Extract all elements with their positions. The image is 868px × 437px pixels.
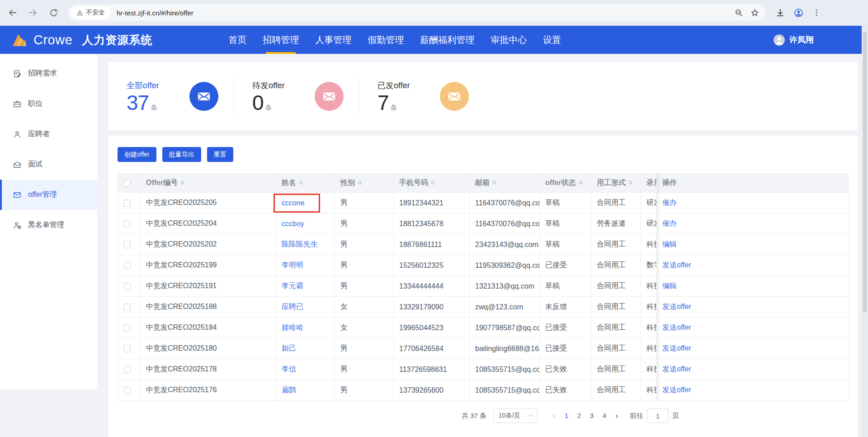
col-header-label: 录用部门 — [646, 178, 657, 188]
nav-item[interactable]: 招聘管理 — [255, 26, 307, 54]
action-link[interactable]: 催办 — [662, 199, 677, 206]
create-offer-button[interactable]: 创建offer — [118, 147, 156, 162]
search-icon[interactable] — [492, 180, 498, 186]
nav-item[interactable]: 审批中心 — [482, 26, 535, 54]
reload-icon[interactable] — [48, 7, 59, 18]
cell-phone: 18876861111 — [394, 234, 470, 255]
page-scrollbar[interactable] — [862, 26, 868, 437]
security-chip[interactable]: 不安全 — [71, 6, 111, 19]
action-link[interactable]: 发送offer — [662, 386, 691, 394]
nav-item[interactable]: 设置 — [535, 26, 569, 54]
back-icon[interactable] — [7, 7, 18, 18]
prev-page-button[interactable]: ‹ — [548, 411, 560, 421]
action-link[interactable]: 编辑 — [662, 240, 677, 248]
page-number[interactable]: 2 — [573, 409, 585, 422]
next-page-button[interactable]: › — [611, 411, 623, 421]
action-link[interactable]: 发送offer — [662, 365, 691, 373]
candidate-link[interactable]: 娃哈哈 — [282, 323, 303, 331]
nav-item[interactable]: 薪酬福利管理 — [412, 26, 482, 54]
candidate-link[interactable]: cccboy — [282, 220, 304, 228]
action-link[interactable]: 发送offer — [662, 303, 691, 310]
search-icon[interactable] — [578, 180, 584, 186]
candidate-link[interactable]: 李明明 — [282, 261, 303, 269]
row-checkbox[interactable] — [123, 387, 131, 394]
search-icon[interactable] — [298, 180, 304, 186]
sidebar-item[interactable]: 黑名单管理 — [0, 210, 97, 240]
cell-dept: 科技公 — [641, 338, 657, 359]
col-header-phone: 手机号码 — [394, 174, 470, 193]
forward-icon[interactable] — [28, 7, 38, 18]
candidate-link[interactable]: 李信 — [282, 365, 296, 373]
table-row: 中竞发CREO2025184娃哈哈女199650445231907798587@… — [118, 318, 849, 338]
candidate-link[interactable]: 陈陈陈先生 — [282, 240, 318, 248]
search-icon[interactable] — [430, 180, 436, 186]
sidebar-item[interactable]: 应聘者 — [0, 119, 97, 149]
page-number[interactable]: 3 — [585, 409, 598, 422]
candidate-link[interactable]: 李元霸 — [282, 282, 303, 290]
cell-email: 1907798587@qq.co — [470, 318, 540, 338]
page-number[interactable]: 4 — [598, 409, 611, 422]
action-link[interactable]: 发送offer — [662, 323, 691, 331]
zoom-icon[interactable] — [734, 8, 743, 17]
avatar-icon — [773, 34, 785, 46]
cell-dept: 科技公 — [641, 297, 657, 318]
select-all-checkbox[interactable] — [123, 180, 131, 187]
sidebar-item[interactable]: offer管理 — [0, 180, 97, 210]
row-checkbox[interactable] — [123, 366, 131, 373]
candidate-link[interactable]: cccone — [282, 199, 305, 207]
row-select-cell — [118, 318, 141, 338]
action-link[interactable]: 编辑 — [662, 282, 677, 290]
address-bar[interactable]: 不安全 hr-test.zjf-it.cn/#/hire/offer — [68, 5, 766, 21]
col-header-name: 姓名 — [276, 174, 335, 193]
page-number[interactable]: 1 — [560, 409, 573, 422]
cell-offer_no: 中竞发CREO2025191 — [141, 276, 276, 297]
profile-icon[interactable] — [793, 7, 804, 18]
user-name: 许凤翔 — [789, 34, 814, 45]
pagination: 共 37 条 10条/页 ‹ 1234 › 前往 页 — [118, 408, 849, 423]
brand-name: Crowe — [33, 33, 72, 48]
col-header-status: offer状态 — [540, 174, 591, 193]
menu-dots-icon[interactable] — [811, 7, 822, 18]
cell-action: 发送offer — [657, 318, 849, 338]
row-checkbox[interactable] — [123, 345, 131, 352]
star-icon[interactable] — [750, 8, 760, 18]
row-checkbox[interactable] — [123, 283, 131, 290]
candidate-link[interactable]: 扁鹊 — [282, 386, 296, 394]
row-checkbox[interactable] — [123, 262, 131, 269]
mail-circle-icon — [315, 82, 344, 111]
candidate-link[interactable]: 妲己 — [282, 344, 296, 352]
nav-item[interactable]: 人事管理 — [307, 26, 359, 54]
stat-label: 待发offer — [252, 81, 285, 90]
goto-page-input[interactable] — [647, 408, 669, 423]
search-icon[interactable] — [357, 180, 363, 186]
row-checkbox[interactable] — [123, 200, 131, 207]
batch-export-button[interactable]: 批量导出 — [162, 147, 201, 162]
scrollbar-thumb[interactable] — [863, 32, 867, 313]
row-checkbox[interactable] — [123, 241, 131, 248]
search-icon[interactable] — [628, 180, 634, 186]
cell-gender: 女 — [335, 318, 394, 338]
sidebar-item[interactable]: 面试 — [0, 149, 97, 180]
sidebar-item-label: 职位 — [28, 99, 42, 109]
search-icon[interactable] — [180, 180, 186, 186]
stat-unit: 条 — [391, 104, 397, 112]
action-link[interactable]: 发送offer — [662, 344, 691, 352]
download-icon[interactable] — [775, 7, 786, 18]
row-checkbox[interactable] — [123, 220, 131, 228]
sidebar-item[interactable]: 职位 — [0, 89, 97, 119]
nav-item[interactable]: 首页 — [220, 26, 255, 54]
sidebar-item[interactable]: 招聘需求 — [0, 58, 97, 89]
reset-button[interactable]: 重置 — [207, 147, 233, 162]
cell-email: 1164370076@qq.co — [470, 193, 540, 214]
user-menu[interactable]: 许凤翔 — [773, 34, 814, 46]
cell-status: 草稿 — [540, 276, 591, 297]
row-checkbox[interactable] — [123, 324, 131, 332]
candidate-link[interactable]: 应聘已 — [282, 303, 303, 310]
row-checkbox[interactable] — [123, 304, 131, 311]
action-link[interactable]: 发送offer — [662, 261, 691, 269]
brand-logo: Crowe 人力资源系统 — [12, 33, 152, 48]
page-size-select[interactable]: 10条/页 — [494, 408, 538, 423]
action-link[interactable]: 催办 — [662, 219, 677, 227]
cell-gender: 男 — [335, 214, 394, 234]
nav-item[interactable]: 假勤管理 — [359, 26, 412, 54]
